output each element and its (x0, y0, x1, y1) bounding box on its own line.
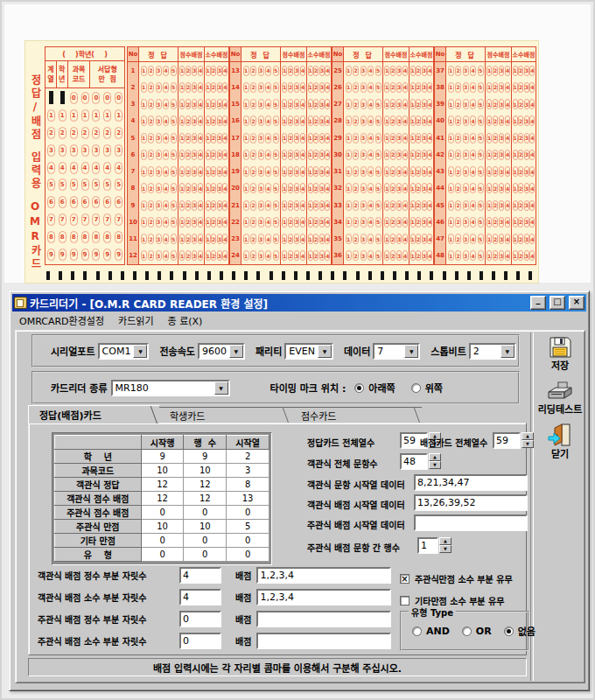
table-cell[interactable]: 12 (184, 478, 227, 492)
table-cell[interactable]: 3 (227, 464, 270, 478)
menu-item-2[interactable]: 종 료(X) (162, 312, 209, 329)
table-cell[interactable]: 9 (184, 450, 227, 464)
table-cell[interactable]: 12 (184, 492, 227, 506)
timing-radio-0[interactable] (354, 383, 364, 393)
omr-bubble: 1 (346, 150, 352, 160)
parity-combo[interactable]: EVEN▼ (284, 343, 333, 360)
table-cell[interactable]: 10 (184, 520, 227, 534)
close-button[interactable]: × (569, 296, 584, 310)
spin-down-icon[interactable]: ▼ (439, 545, 452, 553)
omr-bubble: 1 (410, 133, 416, 144)
omr-bubble: 3 (192, 116, 197, 126)
score-values-input-3[interactable] (256, 633, 391, 649)
table-cell[interactable]: 0 (184, 548, 227, 562)
table-cell[interactable]: 0 (141, 506, 184, 520)
checkbox-1[interactable] (400, 596, 410, 606)
table-cell[interactable]: 0 (141, 548, 184, 562)
omr-bubble: 1 (243, 133, 249, 144)
type-radio-2[interactable] (504, 626, 514, 636)
reader-type-combo[interactable]: MR180▼ (111, 380, 230, 396)
omr-bubble: 4 (402, 166, 408, 177)
obj-total-questions-spinner-input[interactable] (400, 453, 428, 470)
spin-up-icon[interactable]: ▲ (522, 432, 534, 440)
table-cell[interactable]: 9 (141, 450, 184, 464)
score-values-input-0[interactable] (256, 567, 391, 584)
table-cell[interactable]: 13 (227, 492, 270, 506)
table-cell[interactable]: 2 (227, 450, 270, 464)
omr-bubble: 1 (410, 234, 416, 244)
spin-up-icon[interactable]: ▲ (439, 537, 452, 545)
table-cell[interactable]: 0 (227, 506, 270, 520)
omr-bubble: 5 (375, 200, 382, 211)
tab-0[interactable]: 정답(배점)카드 (28, 405, 159, 424)
omr-bubble: 2 (186, 150, 191, 160)
omr-bubble: 1 (410, 116, 416, 126)
omr-bubble: 4 (505, 250, 510, 261)
omr-bubble: 3 (217, 234, 222, 244)
obj-score-start-input[interactable] (414, 494, 528, 511)
table-cell[interactable]: 12 (141, 492, 184, 506)
spin-up-icon[interactable]: ▲ (429, 453, 441, 461)
table-cell[interactable]: 12 (141, 478, 184, 492)
data-bits-combo[interactable]: 7▼ (373, 343, 420, 360)
menu-item-0[interactable]: OMRCARD환경설정 (13, 312, 110, 329)
spin-down-icon[interactable]: ▼ (522, 440, 534, 448)
obj-question-start-input[interactable] (414, 474, 528, 491)
chevron-down-icon[interactable]: ▼ (500, 345, 514, 358)
stop-bits-combo[interactable]: 2▼ (469, 343, 516, 360)
omr-bubble: 3 (294, 183, 299, 193)
table-cell[interactable]: 0 (227, 534, 270, 548)
tab-2[interactable]: 점수카드 (290, 407, 422, 423)
subj-row-gap-spinner-input[interactable] (417, 537, 438, 554)
digit-count-input-3[interactable] (179, 633, 221, 649)
omr-bubble: 2 (455, 183, 461, 193)
table-cell[interactable]: 10 (141, 520, 184, 534)
omr-bubble: 2 (518, 217, 523, 228)
score-values-input-2[interactable] (256, 611, 391, 627)
omr-bubble: 4 (198, 66, 203, 76)
reading-test-button[interactable]: 리딩테스트 (536, 380, 584, 416)
omr-bubble: 1 (346, 166, 352, 177)
chevron-down-icon[interactable]: ▼ (229, 345, 243, 358)
omr-bubble: 4 (163, 66, 169, 76)
omr-bubble: 5 (375, 99, 382, 109)
digit-count-input-0[interactable] (179, 567, 221, 584)
chevron-down-icon[interactable]: ▼ (318, 345, 332, 358)
digit-count-input-2[interactable] (179, 611, 221, 627)
table-cell[interactable]: 0 (141, 534, 184, 548)
digit-count-input-1[interactable] (179, 589, 221, 606)
subj-score-start-input[interactable] (414, 514, 528, 531)
type-radio-0[interactable] (412, 626, 422, 636)
save-button[interactable]: 저장 (536, 336, 584, 372)
omr-bubble: 4 (427, 250, 432, 261)
omr-bubble: 3 (524, 82, 529, 93)
omr-bubble: 1 (206, 150, 211, 160)
chevron-down-icon[interactable]: ▼ (214, 382, 228, 395)
timing-radio-1[interactable] (411, 383, 421, 393)
type-radio-1[interactable] (462, 626, 472, 636)
table-cell[interactable]: 5 (227, 520, 270, 534)
tab-1[interactable]: 학생카드 (159, 407, 290, 423)
omr-bubble: 5 (478, 200, 484, 211)
baud-rate-combo[interactable]: 9600▼ (198, 343, 245, 360)
table-cell[interactable]: 8 (227, 478, 270, 492)
table-cell[interactable]: 0 (184, 534, 227, 548)
chevron-down-icon[interactable]: ▼ (404, 345, 418, 358)
score-values-input-1[interactable] (256, 589, 391, 606)
spin-down-icon[interactable]: ▼ (429, 461, 441, 469)
checkbox-0[interactable]: × (400, 574, 410, 584)
score-total-cols-spinner-input[interactable] (493, 432, 521, 449)
table-cell[interactable]: 10 (184, 464, 227, 478)
serial-port-combo[interactable]: COM1▼ (98, 343, 150, 360)
table-cell[interactable]: 0 (227, 548, 270, 562)
exit-button[interactable]: 닫기 (536, 424, 584, 460)
maximize-button[interactable]: □ (550, 296, 565, 310)
minimize-button[interactable]: _ (530, 296, 546, 310)
table-cell[interactable]: 10 (141, 464, 184, 478)
omr-bubble: 2 (148, 200, 154, 211)
omr-bubble: 2 (211, 133, 216, 144)
menu-item-1[interactable]: 카드읽기 (112, 312, 159, 329)
table-cell[interactable]: 0 (184, 506, 227, 520)
omr-bubble: 1 (282, 217, 287, 228)
chevron-down-icon[interactable]: ▼ (133, 345, 147, 358)
